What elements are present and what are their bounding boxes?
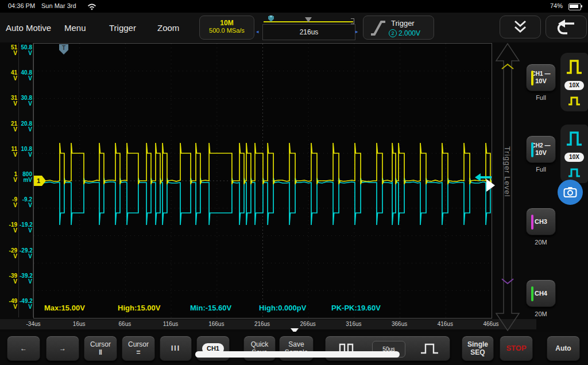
double-chevron-down-icon [510, 20, 530, 34]
ch1-position-marker: 1 [34, 176, 46, 186]
grid-button[interactable]: III [160, 336, 192, 361]
scale-label: -19V [0, 222, 17, 234]
measurement-high: High:15.00V [118, 304, 160, 312]
bottom-toolbar: ← → Cursor‖ Cursor= III CH1 QuickSave Sa… [0, 332, 588, 365]
waveform-canvas: T 1 [34, 44, 492, 318]
scale-label: 51V [0, 45, 17, 56]
time-axis: -34us16us66us116us166us216us266us316us36… [0, 319, 536, 329]
scale-label: 1V [0, 172, 17, 183]
oscilloscope-app: 04:36 PM Sun Mar 3rd 74% Auto Motive Men… [0, 0, 588, 365]
svg-text:T: T [62, 45, 65, 51]
auto-button[interactable]: Auto [547, 336, 580, 361]
trigger-time-marker: T [59, 44, 68, 55]
ch1-pulse-large-icon [565, 58, 583, 75]
time-tick-label: -34us [26, 321, 40, 327]
menu-item-trigger[interactable]: Trigger [109, 23, 136, 33]
scale-label: 40.8V [20, 70, 32, 81]
trigger-label: Trigger [391, 19, 415, 28]
scale-label: 10.8V [20, 146, 32, 158]
cursor-tracking-button[interactable]: Cursor‖ [84, 336, 117, 361]
view-position-marker[interactable] [305, 17, 312, 22]
home-indicator[interactable] [195, 351, 400, 358]
scale-label: 20.8V [20, 121, 32, 133]
time-tick-label: 416us [438, 321, 453, 327]
scale-label: -29V [0, 248, 17, 259]
ch4-button[interactable]: CH4 [526, 279, 556, 307]
screenshot-button[interactable] [558, 180, 583, 205]
time-tick-label: 166us [208, 321, 224, 327]
cursor-equal-button[interactable]: Cursor= [122, 336, 155, 361]
ch1-pulse-small-icon [567, 96, 582, 106]
measurement-pkpk: PK-PK:19.60V [331, 304, 381, 312]
svg-text:1: 1 [37, 177, 40, 184]
trigger-position-marker[interactable] [267, 15, 275, 23]
scale-label: -39V [0, 273, 17, 285]
ch2-probe-box[interactable]: 10X [560, 125, 588, 183]
scale-label: 21V [0, 121, 17, 133]
ch1-color-bar [531, 71, 533, 86]
ch2-bandwidth: Full [526, 166, 556, 173]
menu-item-auto-motive[interactable]: Auto Motive [6, 23, 51, 33]
sample-rate-box[interactable]: 10M 500.0 MSa/s [199, 15, 254, 40]
pan-right-icon[interactable]: ▸ [355, 29, 358, 34]
ch3-bandwidth: 20M [526, 239, 556, 246]
scale-label: 30.8V [20, 95, 32, 107]
scale-label: 50.8V [20, 45, 32, 56]
collapse-menus-button[interactable] [500, 15, 541, 38]
clock: 04:36 PM [8, 2, 35, 9]
undo-arrow-icon [554, 18, 579, 36]
ch1-probe-box[interactable]: 10X [560, 53, 588, 111]
scale-label: -19.2V [20, 222, 32, 234]
scale-label: -9V [0, 197, 17, 208]
scale-label: 31V [0, 95, 17, 107]
rising-slope-icon [369, 20, 388, 37]
prev-button[interactable]: ← [7, 336, 40, 361]
menu-item-menu[interactable]: Menu [64, 23, 86, 33]
single-seq-button[interactable]: SingleSEQ [462, 336, 494, 361]
measurement-min: Min:-15.60V [190, 304, 231, 312]
camera-icon [563, 187, 577, 198]
scale-label: 11V [0, 146, 17, 158]
ch1-trace [34, 143, 492, 184]
scale-label: -9.2V [20, 197, 32, 208]
pan-left-icon[interactable]: ◂ [256, 29, 259, 34]
scale-label: -29.2V [20, 248, 32, 259]
scale-label: -39.2V [20, 273, 32, 285]
measurement-max: Max:15.00V [44, 304, 85, 312]
time-tick-label: 66us [119, 321, 131, 327]
ch4-color-bar [531, 286, 533, 301]
ch2-probe-attenuation[interactable]: 10X [564, 153, 584, 162]
battery-percent: 74% [550, 2, 563, 9]
scale-label: 800mV [20, 172, 32, 183]
scale-label: -49V [0, 298, 17, 310]
ch1-button[interactable]: CH1 — 10V [526, 64, 556, 91]
next-button[interactable]: → [46, 336, 79, 361]
sample-rate: 500.0 MSa/s [200, 27, 254, 34]
ch3-color-bar [531, 215, 533, 230]
ch2-color-bar [531, 142, 533, 157]
ch2-button[interactable]: CH2 — 10V [526, 135, 556, 163]
ch2-pulse-large-icon [565, 130, 583, 147]
trigger-level-marker[interactable] [486, 179, 495, 192]
time-tick-label: 316us [346, 321, 361, 327]
trigger-level-label: Trigger Level [503, 146, 512, 197]
ch1-probe-attenuation[interactable]: 10X [564, 81, 584, 90]
run-stop-button[interactable]: STOP [500, 336, 533, 361]
ch2-voltage-scale: 50.8V40.8V30.8V20.8V10.8V800mV-9.2V-19.2… [20, 45, 32, 310]
waveform-display[interactable]: T 1 Max:15.00V High:15.00V Min:-15.60V H… [33, 43, 492, 319]
date: Sun Mar 3rd [41, 2, 76, 9]
ch1-voltage-scale: 51V41V31V21V11V1V-9V-19V-29V-39V-49V [0, 45, 17, 310]
back-button[interactable] [546, 15, 587, 38]
trigger-settings-box[interactable]: Trigger 2 2.000V [363, 15, 434, 40]
menu-item-zoom[interactable]: Zoom [157, 23, 179, 33]
ch2-trace [34, 178, 492, 225]
time-tick-label: 16us [73, 321, 86, 327]
ch3-button[interactable]: CH3 [526, 208, 556, 235]
status-bar: 04:36 PM Sun Mar 3rd 74% [0, 0, 588, 13]
timebase-position-widget[interactable]: 216us ◂ ▸ [261, 13, 358, 42]
window-time-box[interactable]: 216us [262, 24, 355, 40]
measurement-high2: High:0.000pV [259, 304, 306, 312]
time-tick-label: 216us [254, 321, 270, 327]
trigger-source-badge: 2 [389, 29, 397, 37]
ch4-bandwidth: 20M [526, 310, 556, 317]
